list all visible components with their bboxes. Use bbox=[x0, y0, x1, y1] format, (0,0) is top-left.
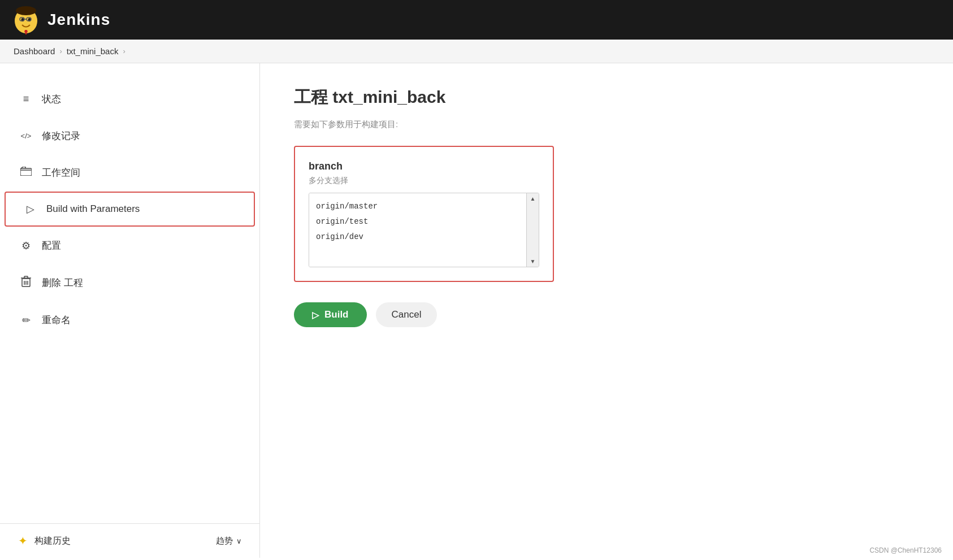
page-layout: ≡ 状态 </> 修改记录 工作空间 ▷ Build with Paramete… bbox=[0, 63, 953, 558]
breadcrumb: Dashboard › txt_mini_back › bbox=[0, 40, 953, 63]
svg-point-2 bbox=[16, 6, 36, 15]
parameter-name: branch bbox=[309, 160, 539, 172]
cancel-button[interactable]: Cancel bbox=[376, 302, 437, 327]
trend-label: 趋势 bbox=[216, 536, 233, 546]
sidebar-bottom: ✦ 构建历史 趋势 ∨ bbox=[0, 523, 260, 558]
scroll-up-icon[interactable]: ▲ bbox=[530, 196, 536, 202]
sidebar-label-build-with-parameters: Build with Parameters bbox=[46, 203, 140, 215]
folder-icon bbox=[19, 167, 33, 179]
sidebar-item-delete[interactable]: 删除 工程 bbox=[0, 264, 259, 301]
doc-icon: ≡ bbox=[19, 93, 33, 105]
sidebar-label-status: 状态 bbox=[42, 93, 61, 106]
parameter-options-list[interactable]: origin/master origin/test origin/dev bbox=[309, 193, 526, 267]
trend-button[interactable]: 趋势 ∨ bbox=[216, 536, 242, 546]
sidebar-item-configure[interactable]: ⚙ 配置 bbox=[0, 228, 259, 263]
build-history-label: 构建历史 bbox=[34, 535, 71, 547]
parameter-description: 多分支选择 bbox=[309, 176, 539, 186]
sidebar-label-rename: 重命名 bbox=[42, 314, 71, 327]
page-subtitle: 需要如下参数用于构建项目: bbox=[294, 119, 919, 130]
footer-note: CSDN @ChenHT12306 bbox=[869, 546, 942, 554]
sidebar-label-configure: 配置 bbox=[42, 239, 61, 252]
sidebar-item-changelog[interactable]: </> 修改记录 bbox=[0, 118, 259, 154]
sidebar-label-changelog: 修改记录 bbox=[42, 129, 80, 142]
svg-rect-10 bbox=[20, 168, 32, 176]
sidebar-item-rename[interactable]: ✏ 重命名 bbox=[0, 302, 259, 338]
svg-marker-9 bbox=[24, 30, 28, 32]
code-icon: </> bbox=[19, 132, 33, 140]
sidebar-label-workspace: 工作空间 bbox=[42, 166, 80, 179]
app-header: Jenkins bbox=[0, 0, 953, 40]
parameter-select-box[interactable]: origin/master origin/test origin/dev ▲ ▼ bbox=[309, 193, 539, 267]
sidebar-item-build-with-parameters[interactable]: ▷ Build with Parameters bbox=[5, 192, 255, 227]
jenkins-icon bbox=[11, 5, 41, 34]
pencil-icon: ✏ bbox=[19, 314, 33, 327]
list-item[interactable]: origin/dev bbox=[316, 229, 519, 245]
parameter-box: branch 多分支选择 origin/master origin/test o… bbox=[294, 146, 554, 282]
sidebar-item-status[interactable]: ≡ 状态 bbox=[0, 81, 259, 117]
chevron-down-icon: ∨ bbox=[236, 537, 242, 545]
breadcrumb-sep-1: › bbox=[59, 47, 62, 55]
play-icon: ▷ bbox=[24, 203, 37, 215]
build-button-label: Build bbox=[324, 309, 349, 320]
sidebar-bottom-left: ✦ 构建历史 bbox=[18, 534, 71, 548]
gear-icon: ⚙ bbox=[19, 240, 33, 252]
main-content: 工程 txt_mini_back 需要如下参数用于构建项目: branch 多分… bbox=[260, 63, 953, 558]
breadcrumb-project[interactable]: txt_mini_back bbox=[67, 46, 119, 56]
build-button[interactable]: ▷ Build bbox=[294, 302, 367, 327]
trash-icon bbox=[19, 276, 33, 290]
sun-icon: ✦ bbox=[18, 534, 28, 548]
sidebar-label-delete: 删除 工程 bbox=[42, 276, 83, 289]
scroll-down-icon[interactable]: ▼ bbox=[530, 258, 536, 264]
sidebar: ≡ 状态 </> 修改记录 工作空间 ▷ Build with Paramete… bbox=[0, 63, 260, 558]
list-item[interactable]: origin/test bbox=[316, 214, 519, 229]
action-buttons: ▷ Build Cancel bbox=[294, 302, 919, 327]
scrollbar: ▲ ▼ bbox=[526, 193, 539, 267]
jenkins-logo: Jenkins bbox=[11, 5, 110, 34]
page-title: 工程 txt_mini_back bbox=[294, 86, 919, 109]
breadcrumb-dashboard[interactable]: Dashboard bbox=[14, 46, 55, 56]
breadcrumb-sep-2: › bbox=[123, 47, 125, 55]
list-item[interactable]: origin/master bbox=[316, 199, 519, 214]
app-title: Jenkins bbox=[47, 11, 110, 29]
build-play-icon: ▷ bbox=[312, 310, 319, 320]
sidebar-item-workspace[interactable]: 工作空间 bbox=[0, 155, 259, 190]
